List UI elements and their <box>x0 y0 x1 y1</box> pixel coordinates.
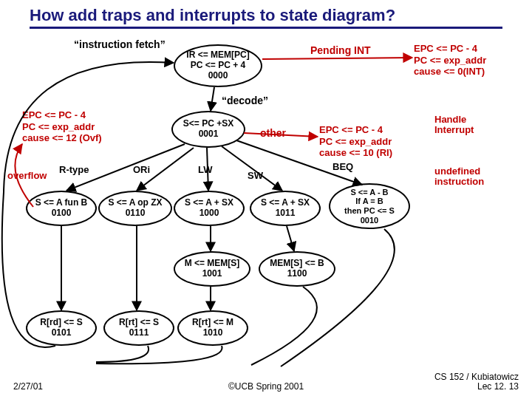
state-1100-num: 1100 <box>287 269 307 279</box>
state-0010-l2: If A = B <box>355 197 383 206</box>
state-1011: S <= A + SX 1011 <box>250 191 321 226</box>
state-1011-num: 1011 <box>276 208 296 219</box>
footer-course-l2: Lec 12. 13 <box>434 382 519 392</box>
ri-line1: EPC <= PC - 4 <box>319 124 392 136</box>
state-1010-num: 1010 <box>203 328 223 338</box>
state-0001-l1: S<= PC +SX <box>183 119 233 129</box>
footer-course-l1: CS 152 / Kubiatowicz <box>434 372 519 382</box>
state-1011-l1: S <= A + SX <box>261 198 310 208</box>
state-0101-l1: R[rd] <= S <box>40 318 82 328</box>
state-0000-l2: PC <= PC + 4 <box>191 61 245 71</box>
svg-line-4 <box>222 146 282 191</box>
label-lw: LW <box>198 164 213 175</box>
int-trap-box: EPC <= PC - 4 PC <= exp_addr cause <= 0(… <box>414 43 486 78</box>
label-overflow: overflow <box>7 170 47 181</box>
int-line2: PC <= exp_addr <box>414 55 486 66</box>
label-ori: ORi <box>133 164 150 175</box>
label-beq: BEQ <box>332 161 353 172</box>
state-1100-l1: MEM[S] <= B <box>270 259 324 269</box>
state-0010-l1: S <= A - B <box>350 188 388 197</box>
state-1001-num: 1001 <box>202 269 222 279</box>
ovf-line1: EPC <= PC - 4 <box>22 109 102 121</box>
state-0010: S <= A - B If A = B then PC <= S 0010 <box>329 183 410 229</box>
state-1001: M <= MEM[S] 1001 <box>174 251 250 287</box>
state-0111-num: 0111 <box>129 328 149 338</box>
state-1000-l1: S <= A + SX <box>185 198 233 208</box>
state-0101-num: 0101 <box>52 328 72 338</box>
label-other: other <box>260 127 286 139</box>
int-line3: cause <= 0(INT) <box>414 66 486 78</box>
int-line1: EPC <= PC - 4 <box>414 43 486 55</box>
state-1100: MEM[S] <= B 1100 <box>259 251 335 287</box>
label-handle-interrupt: Handle Interrupt <box>434 115 501 136</box>
state-0000-num: 0000 <box>208 71 228 81</box>
state-0010-num: 0010 <box>361 216 378 225</box>
state-0111-l1: R[rt] <= S <box>119 318 159 328</box>
ovf-line2: PC <= exp_addr <box>22 121 102 133</box>
state-0110: S <= A op ZX 0110 <box>98 191 172 226</box>
label-decode: “decode” <box>222 95 268 106</box>
state-0000: IR <= MEM[PC] PC <= PC + 4 0000 <box>174 44 262 87</box>
state-1010-l1: R[rt] <= M <box>192 318 233 328</box>
state-0000-l1: IR <= MEM[PC] <box>186 50 249 61</box>
label-pending-int: Pending INT <box>310 44 371 56</box>
ri-line3: cause <= 10 (RI) <box>319 147 392 159</box>
state-0010-l3: then PC <= S <box>344 206 395 216</box>
state-0110-num: 0110 <box>126 208 146 219</box>
label-undefined-instruction: undefined instruction <box>434 166 501 188</box>
label-rtype: R-type <box>59 164 89 175</box>
state-1010: R[rt] <= M 1010 <box>177 310 248 346</box>
state-1000-num: 1000 <box>200 208 219 219</box>
state-0001: S<= PC +SX 0001 <box>171 111 245 148</box>
svg-line-0 <box>211 87 214 111</box>
page-title: How add traps and interrupts to state di… <box>30 6 502 29</box>
state-0100-num: 0100 <box>52 208 72 219</box>
label-sw: SW <box>248 170 263 181</box>
state-0001-num: 0001 <box>199 129 219 140</box>
svg-line-11 <box>287 226 294 251</box>
state-0110-l1: S <= A op ZX <box>108 198 162 208</box>
label-instruction-fetch: “instruction fetch” <box>74 38 166 50</box>
ri-trap-box: EPC <= PC - 4 PC <= exp_addr cause <= 10… <box>319 124 392 159</box>
svg-line-7 <box>262 58 412 59</box>
footer-course: CS 152 / Kubiatowicz Lec 12. 13 <box>434 372 519 392</box>
state-0100-l1: S <= A fun B <box>35 198 87 208</box>
ovf-trap-box: EPC <= PC - 4 PC <= exp_addr cause <= 12… <box>22 109 102 144</box>
state-0100: S <= A fun B 0100 <box>26 191 97 226</box>
state-1000: S <= A + SX 1000 <box>174 191 245 226</box>
state-1001-l1: M <= MEM[S] <box>185 259 240 269</box>
state-0101: R[rd] <= S 0101 <box>26 310 97 346</box>
ovf-line3: cause <= 12 (Ovf) <box>22 132 102 144</box>
state-0111: R[rt] <= S 0111 <box>103 310 174 346</box>
ri-line2: PC <= exp_addr <box>319 136 392 148</box>
